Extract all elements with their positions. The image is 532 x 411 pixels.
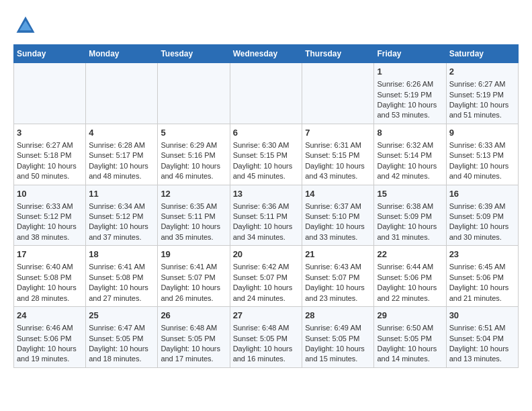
day-info: Sunset: 5:10 PM [305, 212, 371, 222]
calendar-body: 1Sunrise: 6:26 AMSunset: 5:19 PMDaylight… [14, 63, 519, 368]
day-info: Sunrise: 6:31 AM [305, 140, 371, 150]
calendar-cell: 1Sunrise: 6:26 AMSunset: 5:19 PMDaylight… [374, 63, 446, 124]
calendar-cell: 25Sunrise: 6:47 AMSunset: 5:05 PMDayligh… [86, 307, 158, 368]
header-friday: Friday [374, 45, 446, 63]
day-info: Daylight: 10 hours and 48 minutes. [89, 161, 154, 182]
calendar-cell: 15Sunrise: 6:38 AMSunset: 5:09 PMDayligh… [374, 185, 446, 246]
day-info: Daylight: 10 hours and 26 minutes. [161, 283, 226, 304]
day-number: 22 [377, 248, 443, 261]
day-number: 3 [17, 127, 83, 139]
week-row-1: 3Sunrise: 6:27 AMSunset: 5:18 PMDaylight… [14, 124, 519, 185]
header-wednesday: Wednesday [230, 45, 302, 63]
day-info: Sunrise: 6:34 AM [89, 201, 154, 212]
calendar-cell: 6Sunrise: 6:30 AMSunset: 5:15 PMDaylight… [230, 124, 302, 185]
day-number: 16 [449, 188, 515, 200]
day-info: Sunrise: 6:35 AM [161, 201, 226, 212]
day-info: Sunset: 5:05 PM [161, 334, 226, 344]
calendar-cell: 28Sunrise: 6:49 AMSunset: 5:05 PMDayligh… [302, 307, 374, 368]
day-number: 28 [305, 310, 371, 322]
day-info: Sunset: 5:08 PM [89, 273, 154, 283]
calendar-cell: 20Sunrise: 6:42 AMSunset: 5:07 PMDayligh… [230, 246, 302, 307]
header-row: SundayMondayTuesdayWednesdayThursdayFrid… [14, 45, 519, 63]
day-info: Sunset: 5:07 PM [305, 273, 371, 283]
day-info: Sunset: 5:19 PM [377, 90, 443, 100]
day-info: Sunrise: 6:44 AM [377, 262, 443, 272]
day-info: Daylight: 10 hours and 34 minutes. [233, 222, 300, 242]
day-number: 30 [449, 310, 515, 322]
day-info: Daylight: 10 hours and 42 minutes. [377, 161, 443, 182]
day-info: Sunrise: 6:32 AM [377, 140, 443, 150]
day-info: Sunrise: 6:30 AM [233, 140, 300, 150]
calendar-cell: 19Sunrise: 6:41 AMSunset: 5:07 PMDayligh… [158, 246, 230, 307]
day-info: Daylight: 10 hours and 35 minutes. [161, 222, 226, 242]
day-info: Sunrise: 6:37 AM [305, 201, 371, 212]
calendar-cell: 21Sunrise: 6:43 AMSunset: 5:07 PMDayligh… [302, 246, 374, 307]
calendar-cell: 13Sunrise: 6:36 AMSunset: 5:11 PMDayligh… [230, 185, 302, 246]
day-info: Sunrise: 6:28 AM [89, 140, 154, 150]
day-info: Daylight: 10 hours and 22 minutes. [377, 283, 443, 304]
day-number: 24 [17, 310, 83, 322]
day-number: 25 [89, 310, 154, 322]
day-info: Sunset: 5:06 PM [377, 273, 443, 283]
day-info: Sunset: 5:04 PM [449, 334, 515, 344]
day-number: 4 [89, 127, 154, 139]
day-number: 21 [305, 248, 371, 261]
header-saturday: Saturday [446, 45, 518, 63]
day-info: Sunrise: 6:47 AM [89, 323, 154, 333]
calendar-cell [158, 63, 230, 124]
day-info: Sunset: 5:07 PM [161, 273, 226, 283]
calendar-cell: 4Sunrise: 6:28 AMSunset: 5:17 PMDaylight… [86, 124, 158, 185]
day-info: Daylight: 10 hours and 24 minutes. [233, 283, 300, 304]
calendar-cell: 14Sunrise: 6:37 AMSunset: 5:10 PMDayligh… [302, 185, 374, 246]
day-number: 27 [233, 310, 300, 322]
header-sunday: Sunday [14, 45, 86, 63]
day-info: Daylight: 10 hours and 17 minutes. [161, 344, 226, 365]
week-row-3: 17Sunrise: 6:40 AMSunset: 5:08 PMDayligh… [14, 246, 519, 307]
day-info: Daylight: 10 hours and 15 minutes. [305, 344, 371, 365]
calendar-cell [14, 63, 86, 124]
day-number: 29 [377, 310, 443, 322]
day-number: 6 [233, 127, 300, 139]
day-info: Sunset: 5:05 PM [233, 334, 300, 344]
calendar-cell: 29Sunrise: 6:50 AMSunset: 5:05 PMDayligh… [374, 307, 446, 368]
week-row-4: 24Sunrise: 6:46 AMSunset: 5:06 PMDayligh… [14, 307, 519, 368]
day-info: Sunrise: 6:51 AM [449, 323, 515, 333]
day-info: Sunset: 5:09 PM [377, 212, 443, 222]
day-info: Sunrise: 6:41 AM [161, 262, 226, 272]
day-info: Sunrise: 6:49 AM [305, 323, 371, 333]
day-info: Daylight: 10 hours and 43 minutes. [305, 161, 371, 182]
day-info: Daylight: 10 hours and 21 minutes. [449, 283, 515, 304]
day-info: Sunrise: 6:43 AM [305, 262, 371, 272]
day-info: Sunrise: 6:29 AM [161, 140, 226, 150]
day-info: Sunset: 5:06 PM [17, 334, 83, 344]
day-info: Daylight: 10 hours and 28 minutes. [17, 283, 83, 304]
calendar-cell: 27Sunrise: 6:48 AMSunset: 5:05 PMDayligh… [230, 307, 302, 368]
day-info: Daylight: 10 hours and 18 minutes. [89, 344, 154, 365]
calendar-cell: 11Sunrise: 6:34 AMSunset: 5:12 PMDayligh… [86, 185, 158, 246]
day-info: Sunset: 5:16 PM [161, 150, 226, 161]
day-number: 26 [161, 310, 226, 322]
day-number: 11 [89, 188, 154, 200]
day-info: Sunset: 5:15 PM [305, 150, 371, 161]
header-thursday: Thursday [302, 45, 374, 63]
calendar-cell: 3Sunrise: 6:27 AMSunset: 5:18 PMDaylight… [14, 124, 86, 185]
day-info: Daylight: 10 hours and 31 minutes. [377, 222, 443, 242]
day-info: Daylight: 10 hours and 50 minutes. [17, 161, 83, 182]
day-info: Daylight: 10 hours and 51 minutes. [449, 100, 515, 121]
week-row-2: 10Sunrise: 6:33 AMSunset: 5:12 PMDayligh… [14, 185, 519, 246]
calendar-cell: 24Sunrise: 6:46 AMSunset: 5:06 PMDayligh… [14, 307, 86, 368]
day-info: Daylight: 10 hours and 27 minutes. [89, 283, 154, 304]
day-info: Daylight: 10 hours and 33 minutes. [305, 222, 371, 242]
calendar-cell: 22Sunrise: 6:44 AMSunset: 5:06 PMDayligh… [374, 246, 446, 307]
calendar-cell: 12Sunrise: 6:35 AMSunset: 5:11 PMDayligh… [158, 185, 230, 246]
day-info: Daylight: 10 hours and 16 minutes. [233, 344, 300, 365]
calendar-cell: 18Sunrise: 6:41 AMSunset: 5:08 PMDayligh… [86, 246, 158, 307]
calendar-cell: 30Sunrise: 6:51 AMSunset: 5:04 PMDayligh… [446, 307, 518, 368]
day-info: Sunrise: 6:39 AM [449, 201, 515, 212]
day-info: Sunset: 5:07 PM [233, 273, 300, 283]
day-number: 5 [161, 127, 226, 139]
day-info: Sunrise: 6:26 AM [377, 79, 443, 89]
day-info: Sunset: 5:05 PM [89, 334, 154, 344]
day-info: Sunrise: 6:40 AM [17, 262, 83, 272]
calendar-header: SundayMondayTuesdayWednesdayThursdayFrid… [14, 45, 519, 63]
